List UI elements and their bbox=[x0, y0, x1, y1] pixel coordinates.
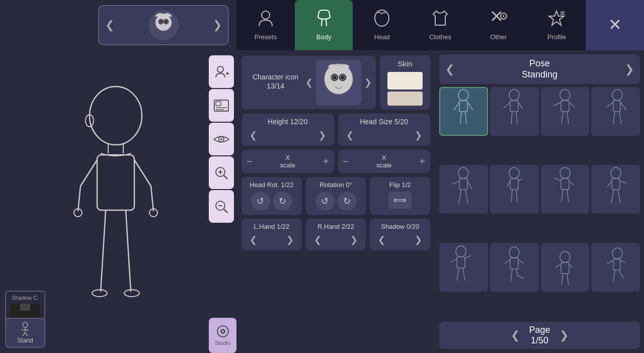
eye-icon bbox=[213, 134, 229, 145]
pose-item-11[interactable] bbox=[541, 243, 590, 292]
svg-line-72 bbox=[567, 112, 569, 124]
height-next-btn[interactable]: ❯ bbox=[315, 129, 329, 142]
tab-other[interactable]: Other bbox=[469, 0, 528, 50]
avatar-prev-btn[interactable]: ❮ bbox=[105, 19, 114, 32]
pose-item-8[interactable] bbox=[591, 165, 640, 214]
head-rot-ccw-btn[interactable]: ↺ bbox=[251, 192, 270, 211]
svg-rect-62 bbox=[510, 101, 518, 112]
x-scale-left-label: Xscale bbox=[280, 154, 295, 169]
char-icon-prev-btn[interactable]: ❮ bbox=[305, 77, 313, 88]
svg-point-116 bbox=[560, 251, 570, 262]
pose-item-2[interactable] bbox=[490, 87, 539, 136]
pose-item-5[interactable] bbox=[439, 165, 488, 214]
page-next-btn[interactable]: ❯ bbox=[555, 328, 573, 343]
head-size-prev-btn[interactable]: ❮ bbox=[343, 129, 357, 142]
head-size-next-btn[interactable]: ❯ bbox=[412, 129, 425, 142]
pose-panel: ❮ PoseStanding ❯ bbox=[435, 50, 644, 353]
svg-line-17 bbox=[23, 333, 25, 336]
skin-swatch-dark[interactable] bbox=[387, 92, 423, 106]
pose-item-9[interactable] bbox=[439, 243, 488, 292]
minus-x-right-btn[interactable]: − bbox=[343, 156, 349, 167]
plus-x-left-btn[interactable]: + bbox=[323, 156, 329, 167]
add-character-btn[interactable] bbox=[209, 55, 234, 88]
rhand-prev-btn[interactable]: ❮ bbox=[311, 233, 325, 246]
shadow-next-btn[interactable]: ❯ bbox=[412, 233, 425, 246]
stand-button[interactable]: Stand bbox=[5, 318, 45, 348]
clothes-icon bbox=[431, 9, 449, 31]
studio-button[interactable]: Studio bbox=[209, 318, 236, 353]
char-icon-next-btn[interactable]: ❯ bbox=[364, 77, 372, 88]
shadow-label: Shadow 0/20 bbox=[375, 223, 425, 230]
svg-line-34 bbox=[224, 209, 227, 213]
svg-point-5 bbox=[90, 86, 142, 145]
avatar-next-btn[interactable]: ❯ bbox=[213, 19, 222, 32]
rhand-next-btn[interactable]: ❯ bbox=[347, 233, 361, 246]
pose-next-btn[interactable]: ❯ bbox=[625, 63, 634, 76]
svg-point-61 bbox=[509, 90, 519, 101]
svg-line-77 bbox=[613, 112, 615, 124]
lhand-next-btn[interactable]: ❯ bbox=[283, 233, 297, 246]
svg-line-84 bbox=[465, 190, 468, 203]
shadow-box: Shadow 0/20 ❮ ❯ bbox=[370, 219, 430, 250]
tab-head[interactable]: Head bbox=[353, 0, 411, 50]
plus-x-right-btn[interactable]: + bbox=[419, 156, 425, 167]
lhand-label: L.Hand 1/22 bbox=[247, 223, 297, 230]
svg-rect-104 bbox=[457, 257, 465, 268]
pose-item-10[interactable] bbox=[490, 243, 539, 292]
pose-item-3[interactable] bbox=[541, 87, 590, 136]
rot-cw-btn[interactable]: ↻ bbox=[338, 192, 357, 211]
minus-x-left-btn[interactable]: − bbox=[247, 156, 253, 167]
svg-line-57 bbox=[454, 102, 459, 110]
skin-swatch-light[interactable] bbox=[387, 72, 423, 90]
svg-line-69 bbox=[553, 102, 561, 106]
tab-bar: Presets Body Head Clothes bbox=[236, 0, 644, 50]
other-icon bbox=[490, 9, 508, 31]
pose-item-1[interactable] bbox=[439, 87, 488, 136]
pose-item-7[interactable] bbox=[541, 165, 590, 214]
svg-line-124 bbox=[607, 260, 613, 263]
svg-line-125 bbox=[620, 260, 625, 262]
tab-body[interactable]: Body bbox=[295, 0, 353, 50]
gallery-btn[interactable] bbox=[209, 89, 234, 122]
eye-btn[interactable] bbox=[209, 123, 234, 155]
pose-title: PoseStanding bbox=[522, 58, 557, 80]
svg-point-19 bbox=[217, 66, 223, 72]
page-prev-btn[interactable]: ❮ bbox=[507, 328, 524, 343]
svg-rect-110 bbox=[510, 258, 518, 269]
pose-item-12[interactable] bbox=[591, 243, 640, 292]
tab-profile[interactable]: Profile bbox=[528, 0, 586, 50]
profile-label: Profile bbox=[547, 33, 566, 41]
pose-item-4[interactable] bbox=[591, 87, 640, 136]
studio-label: Studio bbox=[215, 340, 230, 346]
skin-label: Skin bbox=[397, 59, 412, 68]
pose-prev-btn[interactable]: ❮ bbox=[445, 63, 454, 76]
svg-line-90 bbox=[516, 190, 517, 202]
shadow-prev-btn[interactable]: ❮ bbox=[375, 233, 388, 246]
body-label: Body bbox=[316, 33, 332, 41]
zoom-in-btn[interactable] bbox=[209, 156, 234, 189]
profile-icon bbox=[547, 9, 566, 31]
rot-ccw-btn[interactable]: ↺ bbox=[315, 192, 335, 211]
head-label: Head bbox=[374, 33, 390, 41]
add-character-icon bbox=[214, 64, 229, 79]
svg-point-67 bbox=[560, 90, 570, 101]
svg-rect-74 bbox=[613, 101, 620, 112]
tab-presets[interactable]: Presets bbox=[236, 0, 295, 50]
svg-point-109 bbox=[509, 247, 519, 258]
tab-clothes[interactable]: Clothes bbox=[411, 0, 469, 50]
x-scale-right-label: Xscale bbox=[376, 154, 391, 169]
svg-line-126 bbox=[613, 270, 615, 282]
height-prev-btn[interactable]: ❮ bbox=[247, 129, 260, 142]
close-tab[interactable]: ✕ bbox=[586, 0, 644, 50]
flip-label: Flip 1/2 bbox=[375, 181, 425, 189]
head-size-box: Head Size 5/20 ❮ ❯ bbox=[338, 114, 431, 146]
head-rot-cw-btn[interactable]: ↻ bbox=[273, 192, 292, 211]
svg-rect-92 bbox=[561, 179, 569, 190]
lhand-prev-btn[interactable]: ❮ bbox=[247, 233, 260, 246]
flip-btn[interactable]: ⟺ bbox=[388, 192, 412, 209]
zoom-out-btn[interactable] bbox=[209, 190, 234, 223]
svg-line-39 bbox=[321, 19, 322, 26]
pose-item-6[interactable] bbox=[490, 165, 539, 214]
svg-line-93 bbox=[554, 178, 561, 181]
svg-line-101 bbox=[611, 190, 614, 203]
